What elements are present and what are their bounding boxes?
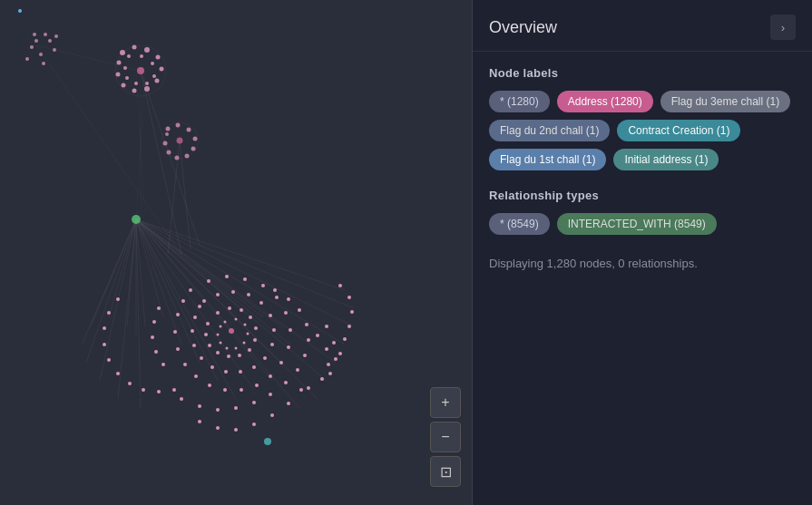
- overview-header: Overview ›: [473, 0, 812, 52]
- display-info: Displaying 1,280 nodes, 0 relationships.: [489, 257, 796, 270]
- svg-point-178: [347, 325, 351, 328]
- svg-point-11: [42, 62, 45, 65]
- svg-point-40: [193, 137, 198, 141]
- svg-point-41: [191, 147, 196, 151]
- svg-point-113: [270, 343, 274, 346]
- svg-point-164: [220, 342, 222, 345]
- svg-point-114: [263, 356, 267, 360]
- svg-point-8: [39, 53, 43, 56]
- zoom-in-button[interactable]: +: [430, 387, 461, 418]
- svg-point-131: [238, 354, 241, 357]
- graph-panel[interactable]: + − ⊡: [0, 0, 472, 505]
- svg-point-116: [239, 370, 242, 374]
- svg-point-5: [34, 39, 38, 43]
- svg-point-166: [220, 325, 222, 328]
- svg-point-189: [299, 388, 303, 392]
- svg-point-149: [284, 381, 288, 384]
- svg-point-106: [202, 299, 206, 303]
- svg-point-177: [343, 337, 347, 341]
- relationship-types-section: Relationship types * (8549) INTERACTED_W…: [489, 189, 796, 235]
- svg-point-136: [206, 322, 210, 325]
- svg-point-192: [103, 326, 106, 330]
- svg-point-16: [120, 50, 125, 55]
- tag-star[interactable]: * (1280): [489, 91, 550, 112]
- svg-point-111: [269, 314, 272, 317]
- svg-point-112: [272, 328, 276, 332]
- tag-rel-interacted-with[interactable]: INTERACTED_WITH (8549): [557, 213, 717, 235]
- svg-point-37: [166, 127, 171, 131]
- svg-point-17: [132, 45, 137, 50]
- svg-point-91: [284, 311, 288, 315]
- svg-point-6: [44, 33, 47, 36]
- tag-flag3[interactable]: Flag du 3eme chall (1): [660, 91, 790, 112]
- svg-point-179: [350, 310, 354, 314]
- svg-point-167: [316, 334, 319, 337]
- svg-point-115: [252, 365, 256, 369]
- svg-point-117: [224, 370, 228, 374]
- svg-point-190: [116, 297, 120, 301]
- svg-point-88: [243, 277, 247, 281]
- svg-point-165: [217, 334, 220, 336]
- svg-point-140: [151, 335, 154, 339]
- svg-point-174: [334, 357, 338, 361]
- svg-point-103: [173, 330, 177, 334]
- svg-point-43: [175, 156, 180, 160]
- svg-point-14: [54, 34, 58, 38]
- svg-point-198: [157, 390, 161, 393]
- svg-point-172: [325, 325, 328, 328]
- svg-point-158: [235, 318, 238, 321]
- svg-point-125: [228, 306, 231, 310]
- svg-point-42: [185, 154, 190, 159]
- svg-point-186: [252, 422, 256, 426]
- svg-point-120: [192, 344, 196, 347]
- svg-point-146: [234, 406, 238, 410]
- svg-point-176: [338, 352, 342, 355]
- svg-point-148: [269, 393, 272, 396]
- svg-point-127: [249, 316, 252, 319]
- svg-point-160: [247, 333, 249, 335]
- svg-point-163: [226, 347, 229, 350]
- tag-flag1[interactable]: Flag du 1st chall (1): [489, 149, 606, 170]
- svg-point-169: [327, 363, 330, 366]
- svg-point-1: [18, 9, 22, 13]
- svg-point-94: [279, 361, 283, 364]
- svg-point-97: [240, 388, 243, 392]
- svg-point-181: [338, 284, 342, 287]
- node-labels-tags: * (1280) Address (1280) Flag du 3eme cha…: [489, 91, 796, 170]
- zoom-out-button[interactable]: −: [430, 422, 461, 452]
- svg-point-107: [216, 293, 220, 296]
- svg-point-142: [161, 363, 165, 366]
- svg-point-105: [181, 299, 185, 303]
- node-labels-section: Node labels * (1280) Address (1280) Flag…: [489, 66, 796, 170]
- tag-address[interactable]: Address (1280): [557, 91, 653, 112]
- svg-point-10: [48, 39, 52, 43]
- svg-point-20: [160, 67, 164, 72]
- svg-point-90: [275, 296, 279, 299]
- tag-contract-creation[interactable]: Contract Creation (1): [617, 120, 740, 141]
- svg-point-12: [33, 33, 36, 36]
- svg-point-187: [270, 413, 274, 417]
- svg-point-143: [180, 397, 183, 401]
- svg-point-191: [107, 311, 111, 315]
- svg-point-122: [193, 316, 197, 319]
- svg-point-132: [227, 354, 230, 358]
- svg-point-196: [128, 382, 132, 385]
- tag-initial-address[interactable]: Initial address (1): [613, 149, 719, 170]
- tag-flag2[interactable]: Flag du 2nd chall (1): [489, 120, 610, 141]
- svg-point-151: [303, 354, 307, 357]
- svg-point-130: [248, 348, 251, 352]
- svg-point-28: [140, 54, 143, 58]
- svg-point-193: [103, 343, 106, 346]
- svg-point-133: [216, 351, 220, 354]
- fit-button[interactable]: ⊡: [430, 456, 461, 487]
- svg-point-46: [165, 132, 169, 136]
- svg-point-173: [332, 341, 336, 345]
- tag-rel-star[interactable]: * (8549): [489, 213, 550, 235]
- overview-panel: Overview › Node labels * (1280) Address …: [472, 0, 812, 505]
- collapse-button[interactable]: ›: [770, 15, 796, 40]
- svg-point-121: [191, 329, 194, 333]
- svg-point-101: [183, 363, 187, 366]
- svg-point-109: [247, 293, 250, 296]
- svg-point-108: [231, 290, 235, 294]
- svg-point-86: [207, 279, 210, 283]
